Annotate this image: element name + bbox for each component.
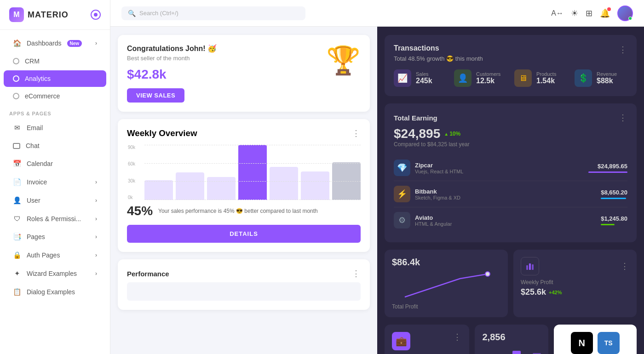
logo-circle-inner [94,13,98,17]
weekly-footer: 45% Your sales performance is 45% 😎 bett… [127,204,361,218]
svg-rect-1 [526,265,528,270]
customers-label: Customers [476,71,500,77]
sidebar-label-user: User [27,197,40,204]
weekly-menu-icon[interactable]: ⋮ [352,128,361,138]
sidebar-item-invoice[interactable]: 📄 Invoice › [4,173,106,191]
sidebar-item-chat[interactable]: Chat [4,137,106,154]
weekly-overview-card: Weekly Overview ⋮ 90k 60k 30k 0k [118,119,370,252]
transactions-row: 📈 Sales 245k 👤 Customers [394,69,627,87]
svg-rect-3 [532,264,534,270]
notification-icon[interactable]: 🔔 [600,8,610,18]
transactions-menu-icon[interactable]: ⋮ [619,45,627,55]
sidebar-nav: 🏠 Dashboards New › CRM Analytics eCommer… [0,30,110,354]
chat-icon [13,143,20,149]
sales-icon: 📈 [397,73,408,83]
sidebar-item-ecommerce[interactable]: eCommerce [4,88,106,104]
trans-customers: 👤 Customers 12.5k [454,69,507,87]
zipcar-amount-col: $24,895.65 [588,163,627,173]
translate-icon[interactable]: A↔ [551,9,564,17]
bar-2 [176,172,204,200]
bar-4 [238,145,267,200]
arrow-up-icon: ▲ [444,131,448,137]
sidebar-item-pages[interactable]: 📑 Pages › [4,228,106,246]
zipcar-logo: 💎 [394,160,410,176]
bar-chart-icon [521,257,539,275]
search-bar[interactable]: 🔍 Search (Ctrl+/) [121,6,305,20]
sidebar-item-auth[interactable]: 🔒 Auth Pages › [4,246,106,264]
new-project-card: 💼 ⋮ New Project 862 -18% Yearly project [385,325,469,354]
view-sales-button[interactable]: VIEW SALES [127,88,184,103]
home-icon: 🏠 [13,39,21,47]
earning-row-bitbank: ⚡ Bitbank Sketch, Figma & XD $8,650.20 [394,181,627,207]
aviato-amount: $1,245.80 [601,215,627,222]
sidebar-label-email: Email [27,124,43,131]
products-icon: 🖥 [519,74,527,83]
sidebar-item-email[interactable]: ✉ Email [4,119,106,137]
sidebar-item-user[interactable]: 👤 User › [4,192,106,209]
sidebar-item-calendar[interactable]: 📅 Calendar [4,155,106,172]
total-profit-label: Total Profit [392,303,500,310]
sidebar-item-dialog[interactable]: 📋 Dialog Examples [4,283,106,301]
performance-card: Performance ⋮ [118,259,370,310]
grid-icon[interactable]: ⊞ [586,8,592,18]
sidebar-label-chat: Chat [26,142,40,149]
project-menu-icon[interactable]: ⋮ [453,332,462,342]
total-profit-amount: $86.4k [392,257,500,268]
typescript-logo: TS [598,332,620,354]
sales-label: Sales [416,71,432,77]
sidebar-item-crm[interactable]: CRM [4,53,106,69]
sidebar-item-roles[interactable]: 🛡 Roles & Permissi... › [4,210,106,227]
sidebar-item-analytics[interactable]: Analytics [4,70,106,87]
chevron-icon: › [95,197,97,204]
aviato-logo: ⚙ [394,212,410,228]
transactions-subtitle: Total 48.5% growth 😎 this month [394,55,627,62]
y-label-30k: 30k [128,178,135,183]
weekly-title: Weekly Overview [127,128,197,138]
perf-menu-icon[interactable]: ⋮ [352,268,361,279]
y-label-60k: 60k [128,161,135,166]
weekly-profit-card: ⋮ Weekly Profit $25.6k +42% [513,250,637,317]
mini-bar-4 [512,351,521,354]
bar-5 [270,167,298,200]
bitbank-name: Bitbank [415,188,596,195]
avatar[interactable] [617,6,633,21]
search-icon: 🔍 [128,10,136,17]
new-project-row: 💼 ⋮ New Project 862 -18% Yearly project … [385,325,637,354]
details-button[interactable]: DETAILS [127,225,361,243]
zipcar-amount: $24,895.65 [588,163,627,170]
revenue-icon-box: 💲 [575,69,592,87]
sidebar-label-dialog: Dialog Examples [27,288,75,296]
sidebar-label-invoice: Invoice [27,178,47,186]
weekly-profit-menu-icon[interactable]: ⋮ [621,261,629,271]
congrats-title: Congratulations John! 🥳 [127,44,361,53]
ecommerce-icon [13,93,19,99]
weekly-profit-change: +42% [549,290,562,295]
weekly-profit-amount: $25.6k [521,287,546,297]
products-label: Products [536,71,556,77]
earning-menu-icon[interactable]: ⋮ [619,113,627,123]
aviato-name: Aviato [415,214,596,221]
sidebar-item-dashboards[interactable]: 🏠 Dashboards New › [4,34,106,52]
congratulations-card: Congratulations John! 🥳 Best seller of t… [118,35,370,112]
logo-icon: M [9,7,24,22]
brightness-icon[interactable]: ☀ [571,8,578,18]
bitbank-amount: $8,650.20 [601,189,627,196]
bitbank-sub: Sketch, Figma & XD [415,195,596,200]
revenue-value: $88k [597,77,617,85]
nextjs-logo: N [571,332,593,354]
customers-info: Customers 12.5k [476,71,500,85]
notif-dot [607,7,611,11]
sidebar-logo: M MATERIO [0,0,110,30]
apps-section-label: APPS & PAGES [0,105,110,118]
tech-logos-card: N TS JS [554,325,637,354]
sidebar-item-wizard[interactable]: ✦ Wizard Examples › [4,265,106,282]
header-icons: A↔ ☀ ⊞ 🔔 [551,6,633,21]
weekly-profit-label: Weekly Profit [521,279,629,285]
chevron-down-icon: › [95,40,97,46]
lock-icon: 🔒 [13,251,21,259]
trophy-icon: 🏆 [326,44,361,77]
transactions-title: Transactions [394,44,439,52]
sidebar-label-wizard: Wizard Examples [27,270,77,277]
sidebar: M MATERIO 🏠 Dashboards New › CRM Analyti… [0,0,110,354]
content-right: Transactions ⋮ Total 48.5% growth 😎 this… [377,27,644,354]
